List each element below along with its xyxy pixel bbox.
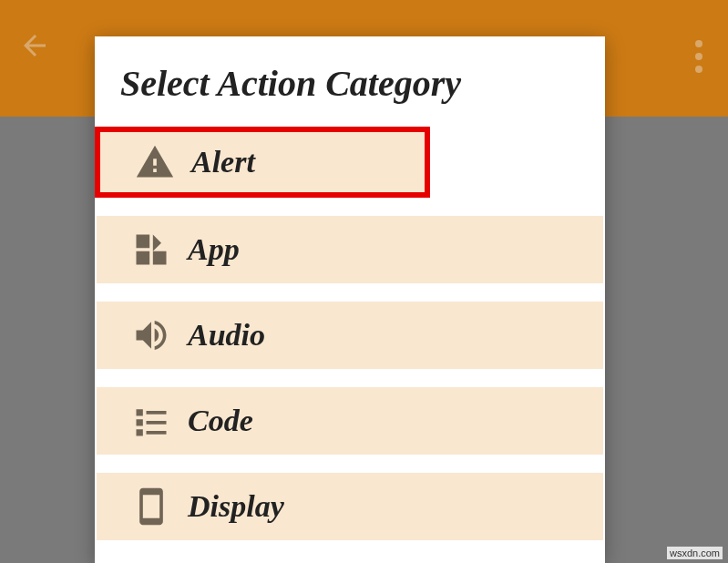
list-icon [115,401,188,441]
category-item-app[interactable]: App [97,216,603,283]
back-button[interactable] [18,29,51,70]
dialog-title: Select Action Category [95,36,605,127]
alert-triangle-icon [118,142,191,182]
action-category-dialog: Select Action Category Alert App Audio [95,36,605,563]
category-label: Audio [188,318,265,353]
more-menu-button[interactable] [695,40,702,73]
category-item-code[interactable]: Code [97,387,603,455]
category-item-display[interactable]: Display [97,473,603,540]
category-item-audio[interactable]: Audio [97,302,603,369]
category-label: App [188,232,240,267]
widgets-icon [115,230,188,270]
category-label: Code [188,404,253,438]
volume-icon [115,315,188,355]
category-label: Display [188,489,284,524]
category-label: Alert [191,145,255,179]
category-item-alert[interactable]: Alert [95,127,430,198]
category-list: Alert App Audio Code Dis [95,127,605,540]
watermark: wsxdn.com [667,547,723,559]
phone-icon [115,486,188,527]
